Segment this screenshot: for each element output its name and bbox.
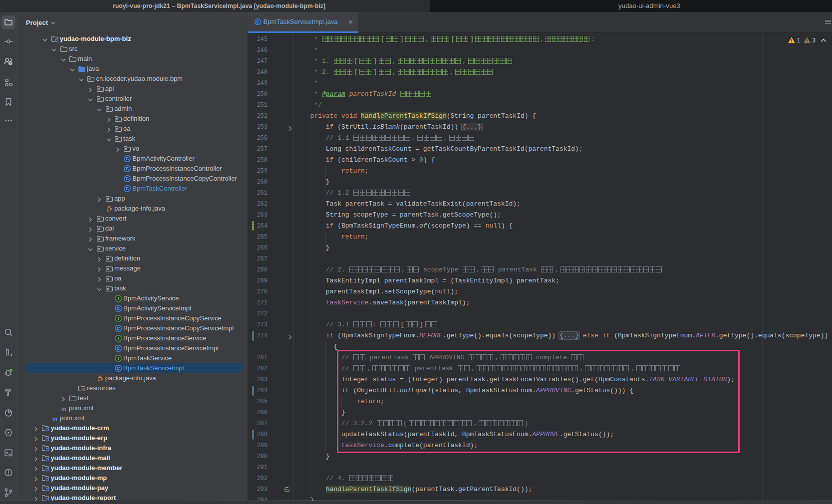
- svg-text:C: C: [126, 166, 129, 171]
- svg-text:C: C: [117, 366, 120, 371]
- svg-text:C: C: [126, 186, 129, 191]
- svg-text:C: C: [117, 346, 120, 351]
- svg-text:C: C: [117, 306, 120, 311]
- svg-text:I: I: [118, 296, 119, 301]
- svg-text:C: C: [126, 176, 129, 181]
- svg-text:C: C: [117, 326, 120, 331]
- svg-text:m: m: [52, 415, 57, 422]
- svg-text:C: C: [126, 156, 129, 161]
- svg-text:I: I: [118, 356, 119, 361]
- svg-text:m: m: [61, 405, 66, 412]
- svg-text:?: ?: [9, 61, 11, 65]
- svg-text:C: C: [256, 19, 259, 24]
- svg-text:I: I: [118, 316, 119, 321]
- svg-text:I: I: [118, 336, 119, 341]
